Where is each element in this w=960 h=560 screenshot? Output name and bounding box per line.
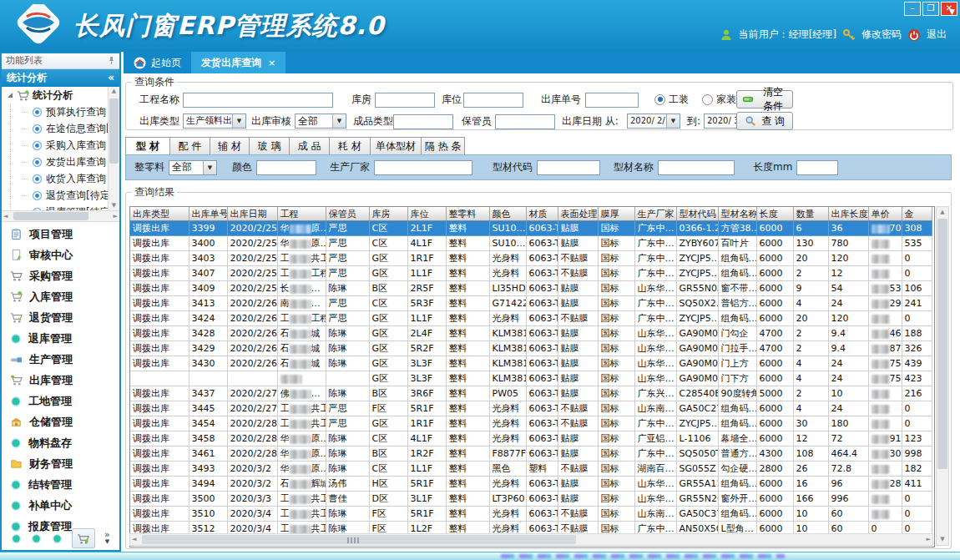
expander-icon[interactable]	[7, 92, 13, 98]
color-input[interactable]	[256, 160, 316, 175]
scroll-up-icon[interactable]: ▲	[109, 87, 119, 96]
sidebar-item-退货管理[interactable]: 退货管理	[2, 307, 119, 328]
pin-icon[interactable]	[107, 56, 116, 65]
tab-list-dropdown-icon[interactable]: ▼	[949, 8, 955, 16]
table-row[interactable]: 调拨出库34542020/2/28工共工程严思G区1R1F整料光身料6063-T…	[130, 416, 932, 431]
scroll-left-icon[interactable]: ◄	[3, 211, 8, 221]
sidebar-item-审核中心[interactable]: 审核中心	[2, 245, 119, 265]
menu-overflow-button[interactable]: »▼	[104, 532, 110, 545]
material-tab-单体型材[interactable]: 单体型材	[371, 137, 422, 154]
radio-home[interactable]: 家装	[702, 91, 736, 108]
table-row[interactable]: 调拨出库34132020/2/26南…严思C区5R3F整料G714226063-…	[130, 296, 932, 311]
tab-起始页[interactable]: 起始页	[124, 52, 191, 73]
sidebar-item-财务管理[interactable]: 财务管理	[2, 453, 119, 474]
scroll-down-icon[interactable]: ▼	[109, 201, 119, 210]
tree-horizontal-scrollbar[interactable]: ◄ ►	[2, 210, 119, 222]
scroll-right-icon[interactable]: ►	[927, 534, 931, 545]
out-type-combobox[interactable]: 生产领料出库▼	[183, 114, 246, 129]
table-row[interactable]: 调拨出库34242020/2/26工工程严思G区1L1F整料光身料6063-T5…	[130, 311, 932, 326]
column-header-金[interactable]: 金	[902, 207, 932, 221]
material-tab-耗材[interactable]: 耗 材	[330, 137, 371, 154]
table-row[interactable]: 调拨出库34092020/2/25长…陈琳B区2R5F整料LI35HD6063-…	[130, 281, 932, 296]
profile-code-input[interactable]	[537, 160, 600, 175]
dot-icon[interactable]	[31, 533, 42, 544]
table-row[interactable]: 调拨出库34282020/2/26石城陈琳G区2L4F整料KLM38176063…	[130, 326, 932, 341]
sidebar-item-仓储管理[interactable]: 仓储管理	[2, 411, 119, 432]
tree-item[interactable]: 退货查询[待定]	[10, 187, 119, 204]
order-no-input[interactable]	[585, 93, 639, 108]
table-row[interactable]: 调拨出库35102020/3/4工共工程陈琳F区5R1F整料光身料6063-T5…	[130, 507, 932, 522]
dot-icon[interactable]	[11, 533, 22, 544]
length-input[interactable]	[796, 160, 838, 175]
maximize-button[interactable]: ❐	[922, 2, 939, 16]
table-row[interactable]: 调拨出库34372020/2/27佛…陈琳B区3R6F整料PW056063-T5…	[130, 386, 932, 401]
profile-name-input[interactable]	[658, 160, 735, 175]
sidebar-item-退库管理[interactable]: 退库管理	[2, 328, 119, 349]
location-input[interactable]	[463, 93, 523, 108]
dot-icon[interactable]	[52, 533, 63, 544]
column-header-颜色[interactable]: 颜色	[489, 207, 526, 221]
tab-发货出库查询[interactable]: 发货出库查询×	[191, 52, 285, 73]
tab-close-icon[interactable]: ×	[268, 58, 275, 68]
tree-item[interactable]: 预算执行查询	[10, 103, 119, 120]
column-header-工程[interactable]: 工程	[277, 207, 326, 221]
tree-item[interactable]: 收货入库查询	[10, 170, 119, 187]
statistics-section-header[interactable]: 统计分析 «	[2, 69, 119, 87]
sidebar-item-入库管理[interactable]: 入库管理	[2, 286, 119, 307]
scroll-right-icon[interactable]: ►	[114, 211, 118, 221]
column-header-库房[interactable]: 库房	[369, 207, 407, 221]
grid-horizontal-scrollbar[interactable]: ◄ ►	[129, 533, 933, 546]
minimize-button[interactable]: –	[904, 2, 921, 16]
column-header-型材名称[interactable]: 型材名称	[718, 207, 756, 221]
column-header-数量[interactable]: 数量	[793, 207, 828, 221]
material-tab-配件[interactable]: 配 件	[170, 137, 210, 154]
column-header-单价[interactable]: 单价	[868, 207, 902, 221]
tree-root[interactable]: 统计分析	[2, 87, 119, 103]
column-header-长度[interactable]: 长度	[756, 207, 793, 221]
scroll-left-icon[interactable]: ◄	[132, 534, 136, 545]
material-tab-型材[interactable]: 型 材	[125, 137, 170, 154]
cart-shortcut-button[interactable]	[72, 528, 95, 548]
material-tab-辅材[interactable]: 辅 材	[210, 137, 250, 154]
column-header-表面处理[interactable]: 表面处理	[558, 207, 598, 221]
column-header-出库长度[interactable]: 出库长度	[828, 207, 868, 221]
column-header-材质[interactable]: 材质	[526, 207, 558, 221]
table-row[interactable]: 调拨出库34292020/2/26石城陈琳G区5R2F整料KLM38176063…	[130, 341, 932, 356]
table-row[interactable]: G区3L3F整料KLM38176063-T5贴膜国标山东华…GA90M09.门下…	[130, 371, 932, 386]
tree-item[interactable]: 退库管理[待定]	[10, 204, 119, 210]
table-row[interactable]: 调拨出库34942020/3/2石辉城汤伟H区5R1F整料光身料6063-T5贴…	[130, 477, 932, 492]
search-button[interactable]: 查 询	[736, 112, 793, 130]
material-tab-玻璃[interactable]: 玻 璃	[250, 137, 290, 154]
maker-input[interactable]	[374, 160, 472, 175]
radio-industrial[interactable]: 工装	[654, 91, 689, 108]
sidebar-item-物料盘存[interactable]: 物料盘存	[2, 432, 119, 453]
column-header-出库类型[interactable]: 出库类型	[130, 207, 189, 221]
warehouse-input[interactable]	[375, 93, 435, 108]
sidebar-item-出库管理[interactable]: 出库管理	[2, 370, 119, 391]
table-row[interactable]: 调拨出库34612020/2/28华原…陈琳B区1R2F整料F8877FT606…	[130, 446, 932, 462]
table-row[interactable]: 调拨出库34582020/2/28华原…陈琳C区4L1F整料光身料6063-T5…	[130, 431, 932, 446]
tree-item[interactable]: 在途信息查询[待	[10, 120, 119, 137]
table-row[interactable]: 调拨出库34302020/2/26石城陈琳G区3L3F整料KLM38176063…	[130, 356, 932, 371]
table-row[interactable]: 调拨出库34002020/2/25华原…严思C区4L1F整料SU10…6063-…	[130, 236, 932, 251]
date-from-picker[interactable]: 2020/ 2/16▼	[627, 114, 680, 129]
scroll-down-icon[interactable]: ▼	[937, 535, 948, 544]
column-header-库位[interactable]: 库位	[407, 207, 446, 221]
column-header-保管员[interactable]: 保管员	[326, 207, 369, 221]
table-row[interactable]: 调拨出库35002020/3/3工共工程曹佳D区3L1F整料LT3P606063…	[130, 492, 932, 507]
column-header-出库单号[interactable]: 出库单号	[189, 207, 227, 221]
column-header-膜厚[interactable]: 膜厚	[598, 207, 634, 221]
column-header-出库日期[interactable]: 出库日期	[227, 207, 277, 221]
column-header-生产厂家[interactable]: 生产厂家	[634, 207, 676, 221]
column-header-整零料[interactable]: 整零料	[446, 207, 489, 221]
sidebar-item-生产管理[interactable]: 生产管理	[2, 349, 119, 370]
tree-item[interactable]: 采购入库查询	[10, 137, 119, 154]
keeper-input[interactable]	[495, 114, 555, 129]
project-name-input[interactable]	[183, 93, 333, 108]
sidebar-item-补单中心[interactable]: 补单中心	[2, 495, 119, 516]
table-row[interactable]: 调拨出库34032020/2/25工共工程严思G区1R1F整料光身料6063-T…	[130, 251, 932, 266]
grid-vertical-scrollbar[interactable]: ▲ ▼	[936, 206, 949, 546]
collapse-icon[interactable]: «	[108, 69, 114, 87]
sidebar-item-结转管理[interactable]: 结转管理	[2, 474, 119, 495]
table-row[interactable]: 调拨出库33992020/2/25华原…严思C区2L1F整料SU10…6063-…	[130, 221, 932, 236]
